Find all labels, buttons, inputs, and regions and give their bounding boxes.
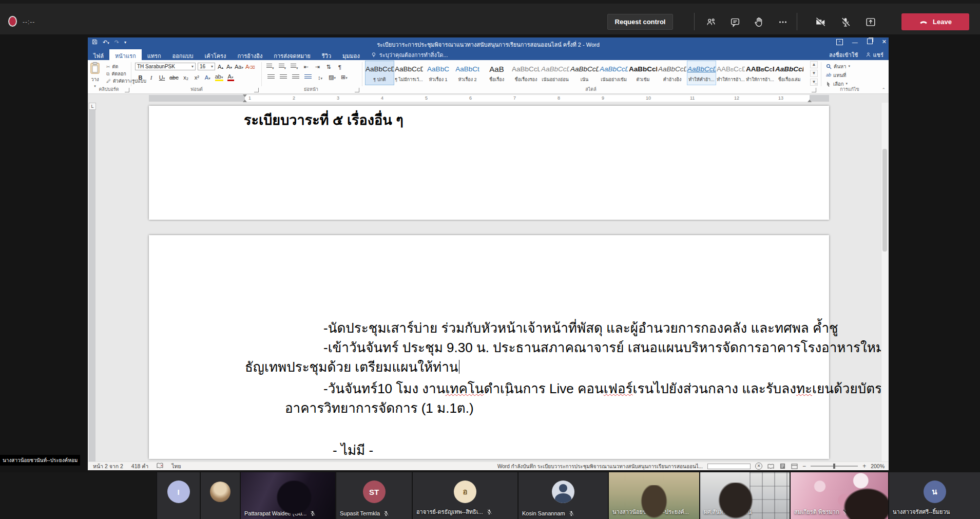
font-dialog-launcher[interactable] bbox=[254, 88, 259, 92]
proofing-errors-icon[interactable] bbox=[157, 463, 163, 470]
participant-tile[interactable]: สมเกียรติ พืชรมาก bbox=[790, 472, 888, 519]
superscript-button[interactable]: x² bbox=[194, 74, 200, 81]
participant-tile[interactable]: ผศ.ส้นหนา--กูลรัตน์ bbox=[700, 472, 790, 519]
style-cell-8[interactable]: AaBbCcDtเน้น bbox=[570, 61, 599, 85]
participant-tile[interactable]: ออาจารย์-ดรธัญเทพ--สิทธิเ... bbox=[412, 472, 517, 519]
show-paragraph-marks-icon[interactable]: ¶ bbox=[337, 64, 343, 70]
cancel-save-icon[interactable]: ✕ bbox=[755, 463, 762, 470]
style-cell-3[interactable]: AaBbCหัวเรื่อง 1 bbox=[424, 61, 453, 85]
page-indicator[interactable]: หน้า 2 จาก 2 bbox=[93, 462, 123, 471]
multilevel-list-icon[interactable]: ▾ bbox=[291, 64, 298, 70]
word-count[interactable]: 418 คำ bbox=[131, 462, 148, 471]
underline-button[interactable]: U▾ bbox=[159, 74, 165, 81]
align-right-icon[interactable] bbox=[292, 74, 299, 80]
style-cell-6[interactable]: AaBbCcLชื่อเรื่องรอง bbox=[511, 61, 541, 85]
paste-button[interactable]: วาง ▾ bbox=[90, 62, 100, 88]
shading-icon[interactable]: ▨▾ bbox=[329, 74, 336, 81]
change-case-icon[interactable]: Aa▾ bbox=[235, 64, 243, 70]
style-cell-12[interactable]: AaBbCcDtทำให้คำอ้า... bbox=[687, 61, 716, 85]
raise-hand-icon[interactable] bbox=[753, 16, 765, 28]
styles-scroll-up-icon[interactable]: ▲ bbox=[810, 61, 818, 68]
increase-indent-icon[interactable]: ⇥ bbox=[314, 64, 321, 70]
horizontal-ruler[interactable]: 12345678910111213 bbox=[88, 94, 889, 103]
bullets-icon[interactable]: ▾ bbox=[266, 64, 274, 70]
zoom-level[interactable]: 200% bbox=[871, 463, 885, 469]
style-cell-2[interactable]: AaBbCcDt¶ ไม่มีการเว้... bbox=[394, 61, 424, 85]
bold-button[interactable]: B bbox=[137, 74, 144, 81]
borders-icon[interactable]: ⊞▾ bbox=[341, 74, 348, 81]
participant-tile[interactable]: Kosin Sanannam bbox=[518, 472, 608, 519]
style-cell-11[interactable]: AaBbCcDtคำอ้างอิง bbox=[658, 61, 687, 85]
clipboard-dialog-launcher[interactable] bbox=[125, 88, 129, 92]
tab-ribbon-4[interactable]: เค้าโครง bbox=[199, 49, 232, 60]
print-layout-icon[interactable] bbox=[779, 463, 786, 469]
share-button[interactable]: แชร์ bbox=[866, 50, 883, 60]
italic-button[interactable]: I bbox=[148, 74, 155, 81]
document-area[interactable]: L ระเบียบวาระที่ ๕ เรื่องอื่น ๆ I -นัดปร… bbox=[88, 103, 889, 462]
tab-ribbon-7[interactable]: รีวิว bbox=[316, 49, 337, 60]
close-icon[interactable]: ✕ bbox=[882, 39, 887, 45]
tell-me-box[interactable]: ระบุว่าคุณต้องการทำสิ่งใด... bbox=[366, 49, 453, 60]
highlight-color-icon[interactable]: ab▾ bbox=[215, 73, 223, 81]
tab-ribbon-1[interactable]: หน้าแรก bbox=[109, 49, 142, 60]
zoom-in-icon[interactable]: + bbox=[862, 463, 866, 470]
style-cell-10[interactable]: AaBbCcDตัวเข้ม bbox=[628, 61, 658, 85]
chat-icon[interactable] bbox=[729, 16, 741, 28]
mic-off-icon[interactable] bbox=[839, 16, 852, 28]
tab-ribbon-6[interactable]: การส่งจดหมาย bbox=[268, 49, 316, 60]
style-cell-14[interactable]: AABbCcDtทำให้การอ้า... bbox=[745, 61, 775, 85]
clear-formatting-icon[interactable]: A⌫ bbox=[245, 64, 255, 70]
line-spacing-icon[interactable]: ↕▾ bbox=[317, 74, 323, 81]
document-page-1[interactable]: ระเบียบวาระที่ ๕ เรื่องอื่น ๆ bbox=[149, 106, 829, 220]
grow-font-icon[interactable]: A▴ bbox=[217, 64, 224, 70]
font-name-combo[interactable]: TH SarabunPSK▾ bbox=[135, 63, 196, 70]
read-mode-icon[interactable] bbox=[767, 463, 774, 469]
participant-tile[interactable]: STSupasit Termkla bbox=[336, 472, 412, 519]
zoom-out-icon[interactable]: − bbox=[802, 463, 806, 470]
participant-tile[interactable] bbox=[200, 472, 240, 519]
shrink-font-icon[interactable]: A▾ bbox=[226, 64, 233, 70]
right-indent-marker[interactable] bbox=[808, 100, 812, 102]
align-left-icon[interactable] bbox=[267, 74, 275, 80]
participant-tile[interactable]: I bbox=[157, 472, 200, 519]
tab-ribbon-2[interactable]: แทรก bbox=[142, 49, 167, 60]
numbering-icon[interactable]: ▾ bbox=[279, 64, 286, 70]
tab-ribbon-8[interactable]: มุมมอง bbox=[337, 49, 366, 60]
participant-tile[interactable]: นางสาวน้อยชวนันท์--ประยงค์... bbox=[608, 472, 699, 519]
style-cell-9[interactable]: AaBbCcDtเน้นอย่างเข้ม bbox=[599, 61, 628, 85]
font-size-combo[interactable]: 16▾ bbox=[198, 63, 215, 70]
participant-tile[interactable]: Pattarapat Waidee (Gu... bbox=[240, 472, 335, 519]
style-cell-1[interactable]: AaBbCcDt¶ ปกติ bbox=[365, 61, 394, 85]
style-cell-5[interactable]: AaBชื่อเรื่อง bbox=[482, 61, 511, 85]
scrollbar-thumb[interactable] bbox=[882, 149, 887, 252]
paragraph-dialog-launcher[interactable] bbox=[355, 88, 359, 92]
styles-gallery-scroll[interactable]: ▲ ▼ ▼̲ bbox=[810, 61, 818, 86]
style-cell-4[interactable]: AaBbCtหัวเรื่อง 2 bbox=[453, 61, 482, 85]
styles-more-icon[interactable]: ▼̲ bbox=[810, 79, 818, 86]
participants-icon[interactable] bbox=[705, 16, 717, 28]
replace-button[interactable]: abแทนที่ bbox=[826, 71, 850, 79]
camera-off-icon[interactable] bbox=[814, 16, 827, 28]
style-cell-7[interactable]: AaBbCcDtเน้นอย่างอ่อน bbox=[541, 61, 570, 85]
zoom-slider[interactable] bbox=[811, 466, 858, 467]
document-page-2[interactable]: I -นัดประชุมเสาร์บ่าย ร่วมกับหัวหน้าเจ้า… bbox=[149, 235, 829, 459]
font-color-icon[interactable]: A▾ bbox=[227, 73, 234, 81]
zoom-slider-thumb[interactable] bbox=[833, 464, 835, 469]
ribbon-display-options-icon[interactable]: ^ bbox=[836, 39, 843, 45]
hanging-indent-marker[interactable] bbox=[243, 100, 247, 102]
language-indicator[interactable]: ไทย bbox=[171, 462, 181, 471]
tab-file[interactable]: ไฟล์ bbox=[88, 49, 109, 60]
tab-ribbon-3[interactable]: ออกแบบ bbox=[167, 49, 199, 60]
align-center-icon[interactable] bbox=[280, 74, 287, 80]
style-cell-13[interactable]: AABbCcDtทำให้การอ้า... bbox=[716, 61, 745, 85]
leave-button[interactable]: Leave bbox=[901, 13, 969, 30]
style-cell-15[interactable]: AaBbCcDtชื่อเรื่องเล่ม bbox=[775, 61, 804, 85]
share-screen-icon[interactable] bbox=[864, 16, 877, 28]
subscript-button[interactable]: x₂ bbox=[183, 74, 189, 81]
collapse-ribbon-icon[interactable]: ⌃ bbox=[881, 87, 886, 92]
sign-in-link[interactable]: ลงชื่อเข้าใช้ bbox=[829, 50, 858, 60]
strikethrough-button[interactable]: abc bbox=[169, 74, 179, 81]
tab-ribbon-5[interactable]: การอ้างอิง bbox=[232, 49, 268, 60]
more-options-icon[interactable] bbox=[777, 16, 789, 28]
vertical-scrollbar[interactable] bbox=[881, 103, 889, 462]
